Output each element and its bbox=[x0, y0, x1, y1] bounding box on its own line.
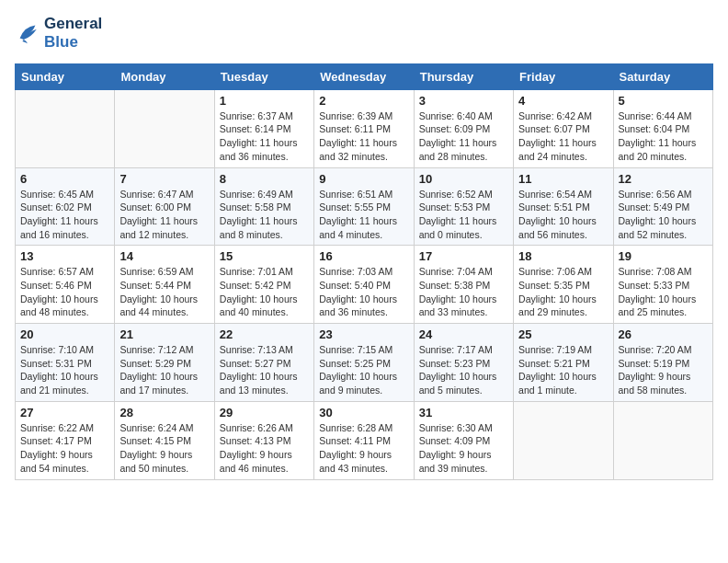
day-info: Sunrise: 6:49 AMSunset: 5:58 PMDaylight:… bbox=[220, 188, 309, 242]
calendar-cell: 13Sunrise: 6:57 AMSunset: 5:46 PMDayligh… bbox=[16, 246, 115, 324]
calendar-cell: 10Sunrise: 6:52 AMSunset: 5:53 PMDayligh… bbox=[414, 167, 513, 246]
logo-text: General Blue bbox=[44, 15, 102, 52]
logo: General Blue bbox=[15, 15, 102, 52]
day-info: Sunrise: 6:24 AMSunset: 4:15 PMDaylight:… bbox=[119, 421, 209, 476]
day-info: Sunrise: 6:37 AMSunset: 6:14 PMDaylight:… bbox=[220, 109, 309, 164]
day-info: Sunrise: 7:06 AMSunset: 5:35 PMDaylight:… bbox=[518, 265, 608, 319]
calendar-cell bbox=[514, 401, 613, 479]
calendar-cell: 1Sunrise: 6:37 AMSunset: 6:14 PMDaylight… bbox=[214, 89, 313, 167]
day-number: 1 bbox=[220, 94, 309, 108]
day-number: 10 bbox=[419, 172, 508, 186]
calendar-cell: 18Sunrise: 7:06 AMSunset: 5:35 PMDayligh… bbox=[514, 246, 613, 324]
day-info: Sunrise: 7:01 AMSunset: 5:42 PMDaylight:… bbox=[220, 265, 309, 319]
day-info: Sunrise: 7:19 AMSunset: 5:21 PMDaylight:… bbox=[518, 343, 608, 397]
day-info: Sunrise: 7:03 AMSunset: 5:40 PMDaylight:… bbox=[319, 265, 408, 319]
calendar-cell: 11Sunrise: 6:54 AMSunset: 5:51 PMDayligh… bbox=[514, 167, 613, 246]
day-info: Sunrise: 6:56 AMSunset: 5:49 PMDaylight:… bbox=[619, 188, 708, 242]
weekday-header-tuesday: Tuesday bbox=[214, 63, 313, 89]
page-header: General Blue bbox=[15, 15, 713, 52]
day-number: 21 bbox=[119, 327, 209, 341]
calendar-table: SundayMondayTuesdayWednesdayThursdayFrid… bbox=[15, 63, 713, 480]
day-info: Sunrise: 6:57 AMSunset: 5:46 PMDaylight:… bbox=[20, 265, 109, 319]
calendar-cell: 24Sunrise: 7:17 AMSunset: 5:23 PMDayligh… bbox=[414, 324, 513, 402]
weekday-header-wednesday: Wednesday bbox=[314, 63, 414, 89]
calendar-cell: 15Sunrise: 7:01 AMSunset: 5:42 PMDayligh… bbox=[214, 246, 313, 324]
calendar-cell: 27Sunrise: 6:22 AMSunset: 4:17 PMDayligh… bbox=[16, 401, 115, 479]
calendar-week-row: 6Sunrise: 6:45 AMSunset: 6:02 PMDaylight… bbox=[16, 167, 713, 246]
calendar-cell bbox=[16, 89, 115, 167]
calendar-cell: 25Sunrise: 7:19 AMSunset: 5:21 PMDayligh… bbox=[514, 324, 613, 402]
day-info: Sunrise: 6:39 AMSunset: 6:11 PMDaylight:… bbox=[319, 109, 408, 164]
calendar-cell: 9Sunrise: 6:51 AMSunset: 5:55 PMDaylight… bbox=[314, 167, 414, 246]
day-number: 20 bbox=[20, 327, 109, 341]
day-number: 31 bbox=[419, 406, 508, 419]
calendar-week-row: 27Sunrise: 6:22 AMSunset: 4:17 PMDayligh… bbox=[16, 401, 713, 479]
weekday-header-thursday: Thursday bbox=[414, 63, 513, 89]
day-number: 11 bbox=[518, 172, 608, 186]
weekday-header-monday: Monday bbox=[115, 63, 214, 89]
day-number: 7 bbox=[119, 172, 209, 186]
day-number: 25 bbox=[518, 327, 608, 341]
calendar-cell: 6Sunrise: 6:45 AMSunset: 6:02 PMDaylight… bbox=[16, 167, 115, 246]
day-number: 16 bbox=[319, 249, 408, 263]
day-info: Sunrise: 7:15 AMSunset: 5:25 PMDaylight:… bbox=[319, 343, 408, 397]
calendar-body: 1Sunrise: 6:37 AMSunset: 6:14 PMDaylight… bbox=[16, 89, 713, 479]
day-number: 8 bbox=[220, 172, 309, 186]
day-info: Sunrise: 7:17 AMSunset: 5:23 PMDaylight:… bbox=[419, 343, 508, 397]
day-info: Sunrise: 6:40 AMSunset: 6:09 PMDaylight:… bbox=[419, 109, 508, 164]
calendar-cell bbox=[115, 89, 214, 167]
day-info: Sunrise: 6:30 AMSunset: 4:09 PMDaylight:… bbox=[419, 421, 508, 476]
day-number: 13 bbox=[20, 249, 109, 263]
calendar-cell: 19Sunrise: 7:08 AMSunset: 5:33 PMDayligh… bbox=[613, 246, 712, 324]
day-info: Sunrise: 7:12 AMSunset: 5:29 PMDaylight:… bbox=[119, 343, 209, 397]
logo-icon bbox=[15, 20, 40, 46]
calendar-cell: 17Sunrise: 7:04 AMSunset: 5:38 PMDayligh… bbox=[414, 246, 513, 324]
day-number: 15 bbox=[220, 249, 309, 263]
day-number: 2 bbox=[319, 94, 408, 108]
weekday-header-saturday: Saturday bbox=[613, 63, 712, 89]
calendar-cell: 29Sunrise: 6:26 AMSunset: 4:13 PMDayligh… bbox=[214, 401, 313, 479]
day-number: 30 bbox=[319, 406, 408, 419]
day-number: 27 bbox=[20, 406, 109, 419]
day-number: 19 bbox=[619, 249, 708, 263]
day-info: Sunrise: 6:26 AMSunset: 4:13 PMDaylight:… bbox=[220, 421, 309, 476]
day-info: Sunrise: 6:28 AMSunset: 4:11 PMDaylight:… bbox=[319, 421, 408, 476]
day-info: Sunrise: 6:51 AMSunset: 5:55 PMDaylight:… bbox=[319, 188, 408, 242]
day-number: 22 bbox=[220, 327, 309, 341]
day-info: Sunrise: 6:59 AMSunset: 5:44 PMDaylight:… bbox=[119, 265, 209, 319]
calendar-week-row: 13Sunrise: 6:57 AMSunset: 5:46 PMDayligh… bbox=[16, 246, 713, 324]
day-number: 23 bbox=[319, 327, 408, 341]
day-number: 17 bbox=[419, 249, 508, 263]
day-number: 18 bbox=[518, 249, 608, 263]
calendar-cell: 4Sunrise: 6:42 AMSunset: 6:07 PMDaylight… bbox=[514, 89, 613, 167]
calendar-cell: 5Sunrise: 6:44 AMSunset: 6:04 PMDaylight… bbox=[613, 89, 712, 167]
calendar-cell: 22Sunrise: 7:13 AMSunset: 5:27 PMDayligh… bbox=[214, 324, 313, 402]
day-number: 4 bbox=[518, 94, 608, 108]
day-info: Sunrise: 7:20 AMSunset: 5:19 PMDaylight:… bbox=[619, 343, 708, 397]
calendar-cell: 3Sunrise: 6:40 AMSunset: 6:09 PMDaylight… bbox=[414, 89, 513, 167]
day-number: 28 bbox=[119, 406, 209, 419]
day-info: Sunrise: 6:22 AMSunset: 4:17 PMDaylight:… bbox=[20, 421, 109, 476]
weekday-header-friday: Friday bbox=[514, 63, 613, 89]
day-info: Sunrise: 6:47 AMSunset: 6:00 PMDaylight:… bbox=[119, 188, 209, 242]
day-number: 24 bbox=[419, 327, 508, 341]
day-info: Sunrise: 7:08 AMSunset: 5:33 PMDaylight:… bbox=[619, 265, 708, 319]
day-info: Sunrise: 6:42 AMSunset: 6:07 PMDaylight:… bbox=[518, 109, 608, 164]
calendar-cell: 23Sunrise: 7:15 AMSunset: 5:25 PMDayligh… bbox=[314, 324, 414, 402]
calendar-cell: 8Sunrise: 6:49 AMSunset: 5:58 PMDaylight… bbox=[214, 167, 313, 246]
day-number: 26 bbox=[619, 327, 708, 341]
calendar-week-row: 1Sunrise: 6:37 AMSunset: 6:14 PMDaylight… bbox=[16, 89, 713, 167]
day-info: Sunrise: 6:44 AMSunset: 6:04 PMDaylight:… bbox=[619, 109, 708, 164]
day-info: Sunrise: 7:10 AMSunset: 5:31 PMDaylight:… bbox=[20, 343, 109, 397]
weekday-header-row: SundayMondayTuesdayWednesdayThursdayFrid… bbox=[16, 63, 713, 89]
calendar-cell: 28Sunrise: 6:24 AMSunset: 4:15 PMDayligh… bbox=[115, 401, 214, 479]
calendar-cell: 30Sunrise: 6:28 AMSunset: 4:11 PMDayligh… bbox=[314, 401, 414, 479]
day-info: Sunrise: 6:52 AMSunset: 5:53 PMDaylight:… bbox=[419, 188, 508, 242]
calendar-cell: 7Sunrise: 6:47 AMSunset: 6:00 PMDaylight… bbox=[115, 167, 214, 246]
calendar-cell: 16Sunrise: 7:03 AMSunset: 5:40 PMDayligh… bbox=[314, 246, 414, 324]
calendar-cell: 2Sunrise: 6:39 AMSunset: 6:11 PMDaylight… bbox=[314, 89, 414, 167]
calendar-cell: 14Sunrise: 6:59 AMSunset: 5:44 PMDayligh… bbox=[115, 246, 214, 324]
calendar-header: SundayMondayTuesdayWednesdayThursdayFrid… bbox=[16, 63, 713, 89]
weekday-header-sunday: Sunday bbox=[16, 63, 115, 89]
day-number: 12 bbox=[619, 172, 708, 186]
